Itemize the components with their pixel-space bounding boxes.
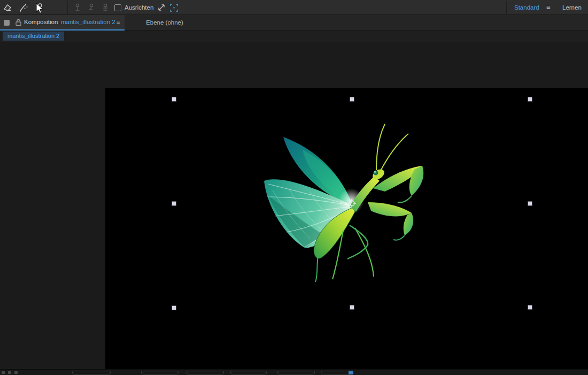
tab-layer[interactable]: Ebene (ohne) bbox=[133, 15, 197, 30]
timeline-icon[interactable] bbox=[14, 371, 18, 374]
learn-button[interactable]: Lernen bbox=[562, 0, 582, 15]
snap-checkbox[interactable] bbox=[114, 4, 121, 11]
workspace-menu-icon[interactable]: ≡ bbox=[546, 0, 550, 15]
eraser-icon bbox=[3, 3, 12, 12]
tab-composition-prefix: Komposition bbox=[24, 15, 58, 29]
tab-composition[interactable]: Komposition mantis_illustration 2 ≡ bbox=[0, 15, 125, 30]
timeline-field[interactable] bbox=[230, 371, 267, 374]
tab-composition-name: mantis_illustration 2 bbox=[61, 15, 115, 29]
workspace-selector[interactable]: Standard bbox=[514, 0, 539, 15]
toolbar-divider bbox=[67, 1, 68, 14]
snap-label[interactable]: Ausrichten bbox=[125, 0, 153, 15]
viewer-header: mantis_illustration 2 bbox=[0, 30, 588, 42]
timeline-edge-strip bbox=[0, 369, 588, 375]
toolbar-divider bbox=[506, 1, 507, 14]
timeline-field[interactable] bbox=[321, 371, 352, 374]
mouse-cursor bbox=[35, 3, 44, 14]
puppet-advanced-pin-icon bbox=[100, 3, 110, 12]
puppet-bend-pin-icon bbox=[87, 3, 96, 12]
resize-arrows-icon bbox=[157, 3, 166, 12]
panel-tab-strip: Komposition mantis_illustration 2 ≡ Eben… bbox=[0, 15, 588, 30]
rotobrush-tool-button[interactable] bbox=[17, 2, 29, 13]
brush-icon bbox=[18, 3, 28, 13]
resize-arrows-button[interactable] bbox=[155, 2, 168, 13]
region-of-interest-button[interactable] bbox=[167, 2, 180, 13]
lock-icon[interactable] bbox=[15, 19, 22, 26]
timeline-field[interactable] bbox=[72, 371, 111, 374]
tab-menu-icon[interactable]: ≡ bbox=[117, 15, 120, 29]
anchor-point[interactable] bbox=[347, 198, 357, 208]
puppet-advanced-pin-button[interactable] bbox=[99, 2, 112, 13]
panel-drag-icon[interactable] bbox=[4, 20, 10, 26]
timeline-field[interactable] bbox=[141, 371, 179, 374]
timeline-field[interactable] bbox=[187, 371, 224, 374]
main-toolbar: Ausrichten Standard ≡ Lernen bbox=[0, 0, 588, 15]
eraser-tool-button[interactable] bbox=[1, 2, 14, 13]
puppet-bend-pin-button[interactable] bbox=[85, 2, 98, 13]
timeline-field[interactable] bbox=[277, 371, 315, 374]
region-of-interest-icon bbox=[169, 3, 179, 12]
app-window: Ausrichten Standard ≡ Lernen bbox=[0, 0, 588, 375]
timeline-active-icon[interactable] bbox=[349, 371, 353, 374]
puppet-position-pin-button[interactable] bbox=[71, 2, 84, 13]
timeline-icon[interactable] bbox=[2, 371, 5, 374]
composition-navigator-chip[interactable]: mantis_illustration 2 bbox=[3, 32, 64, 41]
timeline-icon[interactable] bbox=[8, 371, 11, 374]
puppet-position-pin-icon bbox=[73, 3, 82, 12]
